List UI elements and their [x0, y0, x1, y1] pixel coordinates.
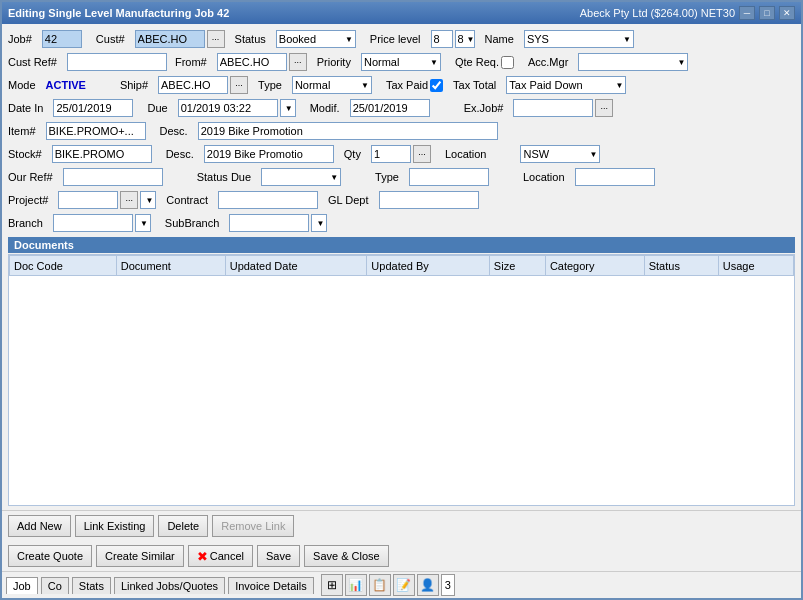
location2-input[interactable]: [575, 168, 655, 186]
save-close-button[interactable]: Save & Close: [304, 545, 389, 567]
date-in-input[interactable]: [53, 99, 133, 117]
tax-paid-checkbox[interactable]: [430, 79, 443, 92]
copy-icon-button[interactable]: 📋: [369, 574, 391, 596]
create-quote-button[interactable]: Create Quote: [8, 545, 92, 567]
status-due-label: Status Due: [197, 171, 251, 183]
acc-mgr-label: Acc.Mgr: [528, 56, 568, 68]
branch-select[interactable]: [136, 215, 140, 231]
status-select[interactable]: BookedOpenClosed: [277, 31, 345, 47]
item-input[interactable]: [46, 122, 146, 140]
location-select[interactable]: NSW: [521, 146, 589, 162]
grid-icon-button[interactable]: ⊞: [321, 574, 343, 596]
tax-total-select[interactable]: Tax Paid DownTax ExclusiveTax Inclusive: [507, 77, 615, 93]
document-action-buttons: Add New Link Existing Delete Remove Link: [2, 510, 801, 541]
form-area: Job# Cust# ··· Status BookedOpenClosed ▼…: [2, 24, 801, 510]
tab-stats[interactable]: Stats: [72, 577, 111, 594]
date-in-label: Date In: [8, 102, 43, 114]
project-input[interactable]: [58, 191, 118, 209]
from-dots-button[interactable]: ···: [289, 53, 307, 71]
gl-dept-input[interactable]: [379, 191, 479, 209]
ship-dots-button[interactable]: ···: [230, 76, 248, 94]
subbranch-input[interactable]: [229, 214, 309, 232]
tab-invoice[interactable]: Invoice Details: [228, 577, 314, 594]
modif-input[interactable]: [350, 99, 430, 117]
qty-label: Qty: [344, 148, 361, 160]
type-select[interactable]: NormalSpecial: [293, 77, 361, 93]
tab-job[interactable]: Job: [6, 577, 38, 594]
branch-input[interactable]: [53, 214, 133, 232]
cust-ref-input[interactable]: [67, 53, 167, 71]
stock-input[interactable]: [52, 145, 152, 163]
tab-linked[interactable]: Linked Jobs/Quotes: [114, 577, 225, 594]
price-level-sel[interactable]: 8 ▼: [455, 30, 475, 48]
save-button[interactable]: Save: [257, 545, 300, 567]
cust-dots-button[interactable]: ···: [207, 30, 225, 48]
title-bar-controls: Abeck Pty Ltd ($264.00) NET30 ─ □ ✕: [580, 6, 795, 20]
priority-label: Priority: [317, 56, 351, 68]
due-select[interactable]: [281, 100, 285, 116]
create-similar-button[interactable]: Create Similar: [96, 545, 184, 567]
status-select-wrap[interactable]: BookedOpenClosed ▼: [276, 30, 356, 48]
link-existing-button[interactable]: Link Existing: [75, 515, 155, 537]
project-select[interactable]: [141, 192, 145, 208]
our-ref-input[interactable]: [63, 168, 163, 186]
acc-mgr-sel-wrap[interactable]: ▼: [578, 53, 688, 71]
type2-input[interactable]: [409, 168, 489, 186]
acc-mgr-select[interactable]: [579, 54, 677, 70]
due-input[interactable]: [178, 99, 278, 117]
remove-link-button[interactable]: Remove Link: [212, 515, 294, 537]
due-sel[interactable]: ▼: [280, 99, 296, 117]
type-sel-wrap[interactable]: NormalSpecial ▼: [292, 76, 372, 94]
name-sel-wrap[interactable]: SYS ▼: [524, 30, 634, 48]
cancel-button[interactable]: ✖ Cancel: [188, 545, 253, 567]
subbranch-sel[interactable]: ▼: [311, 214, 327, 232]
add-new-button[interactable]: Add New: [8, 515, 71, 537]
type2-label: Type: [375, 171, 399, 183]
row-3: Mode ACTIVE Ship# ··· Type NormalSpecial…: [8, 74, 795, 96]
desc2-input[interactable]: [204, 145, 334, 163]
minimize-button[interactable]: ─: [739, 6, 755, 20]
branch-sel[interactable]: ▼: [135, 214, 151, 232]
badge-count: 3: [441, 574, 455, 596]
desc-label: Desc.: [160, 125, 188, 137]
project-sel[interactable]: ▼: [140, 191, 156, 209]
tax-total-sel-wrap[interactable]: Tax Paid DownTax ExclusiveTax Inclusive …: [506, 76, 626, 94]
price-level-input[interactable]: [431, 30, 453, 48]
tax-paid-label: Tax Paid: [386, 79, 428, 91]
chart-icon-button[interactable]: 📊: [345, 574, 367, 596]
status-due-select[interactable]: [262, 169, 330, 185]
person-icon-button[interactable]: 👤: [417, 574, 439, 596]
qte-req-checkbox[interactable]: [501, 56, 514, 69]
maximize-button[interactable]: □: [759, 6, 775, 20]
ex-job-input[interactable]: [513, 99, 593, 117]
status-due-sel-wrap[interactable]: ▼: [261, 168, 341, 186]
documents-label: Documents: [14, 239, 74, 251]
priority-select[interactable]: NormalHighLow: [362, 54, 430, 70]
row-7: Our Ref# Status Due ▼ Type Location: [8, 166, 795, 188]
notes-icon-button[interactable]: 📝: [393, 574, 415, 596]
qty-dots-button[interactable]: ···: [413, 145, 431, 163]
subbranch-select[interactable]: [312, 215, 316, 231]
contract-input[interactable]: [218, 191, 318, 209]
name-select[interactable]: SYS: [525, 31, 623, 47]
delete-button[interactable]: Delete: [158, 515, 208, 537]
job-input[interactable]: [42, 30, 82, 48]
ship-label: Ship#: [120, 79, 148, 91]
due-arrow-icon: ▼: [285, 104, 295, 113]
tab-co[interactable]: Co: [41, 577, 69, 594]
from-label: From#: [175, 56, 207, 68]
qty-input[interactable]: [371, 145, 411, 163]
close-button[interactable]: ✕: [779, 6, 795, 20]
ship-input[interactable]: [158, 76, 228, 94]
row-5: Item# Desc.: [8, 120, 795, 142]
price-level-select[interactable]: 8: [456, 31, 467, 47]
from-input[interactable]: [217, 53, 287, 71]
col-category: Category: [545, 256, 644, 276]
cust-input[interactable]: [135, 30, 205, 48]
location-sel-wrap[interactable]: NSW ▼: [520, 145, 600, 163]
priority-sel-wrap[interactable]: NormalHighLow ▼: [361, 53, 441, 71]
desc-input[interactable]: [198, 122, 498, 140]
documents-table-area[interactable]: Doc Code Document Updated Date Updated B…: [8, 254, 795, 506]
project-dots-button[interactable]: ···: [120, 191, 138, 209]
ex-job-dots-button[interactable]: ···: [595, 99, 613, 117]
